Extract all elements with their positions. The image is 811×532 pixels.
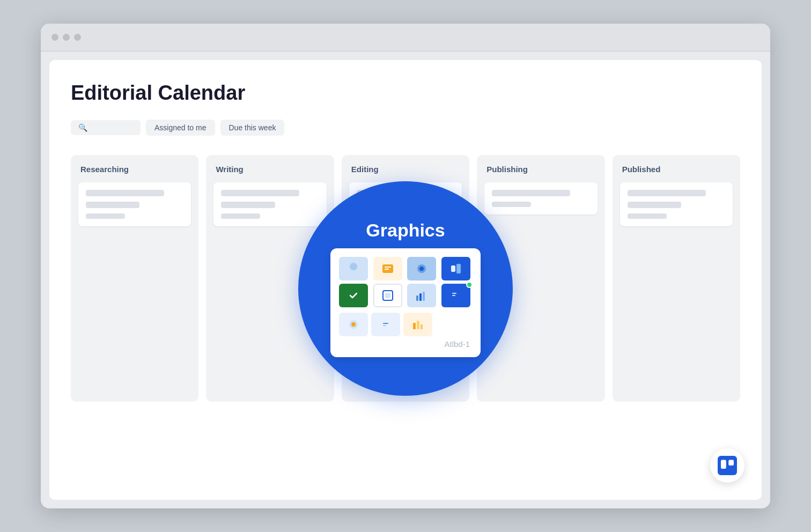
svg-point-21 — [351, 322, 356, 327]
svg-point-0 — [350, 263, 357, 270]
graphics-id: Atlbd-1 — [339, 339, 472, 349]
card-bar — [628, 190, 706, 196]
card-bar — [221, 190, 299, 196]
svg-point-1 — [349, 271, 353, 275]
grid-cell-6 — [373, 284, 402, 307]
svg-rect-8 — [451, 265, 455, 272]
svg-rect-4 — [385, 267, 391, 268]
browser-chrome — [41, 24, 770, 51]
svg-rect-28 — [718, 456, 737, 475]
page-title: Editorial Calendar — [71, 82, 740, 105]
card-tag — [86, 213, 125, 219]
graphics-grid — [339, 257, 472, 307]
grid-cell-5 — [339, 284, 368, 307]
column-header-publishing: Publishing — [484, 165, 597, 174]
card-bar — [221, 202, 275, 208]
svg-rect-9 — [456, 264, 461, 274]
svg-rect-24 — [383, 325, 386, 326]
browser-window: Editorial Calendar 🔍 Assigned to me Due … — [41, 24, 770, 508]
grid-cell-1 — [339, 257, 368, 280]
svg-rect-15 — [423, 292, 425, 301]
g-icon-1 — [339, 313, 368, 336]
svg-rect-25 — [413, 323, 416, 329]
graphics-icons-row — [339, 313, 472, 336]
toolbar: 🔍 Assigned to me Due this week — [71, 120, 740, 136]
grid-cell-3 — [407, 257, 436, 280]
column-header-writing: Writing — [213, 165, 326, 174]
svg-point-2 — [353, 271, 358, 275]
graphics-overlay: Graphics — [298, 181, 513, 396]
traffic-light-maximize[interactable] — [74, 34, 81, 41]
trello-badge — [710, 448, 744, 483]
browser-body: Editorial Calendar 🔍 Assigned to me Due … — [49, 60, 762, 500]
card-researching-1[interactable] — [78, 182, 191, 226]
assigned-to-me-button[interactable]: Assigned to me — [146, 120, 215, 136]
graphics-circle: Graphics — [298, 181, 513, 396]
card-tag — [221, 213, 260, 219]
svg-rect-30 — [728, 460, 734, 466]
column-header-editing: Editing — [349, 165, 462, 174]
column-header-published: Published — [620, 165, 733, 174]
grid-cell-2 — [373, 257, 402, 280]
svg-rect-22 — [381, 321, 390, 328]
g-icon-2 — [371, 313, 400, 336]
svg-rect-12 — [385, 293, 390, 298]
search-icon: 🔍 — [78, 123, 87, 132]
svg-rect-13 — [416, 295, 418, 301]
svg-rect-14 — [419, 293, 422, 301]
svg-rect-18 — [452, 293, 456, 294]
svg-rect-16 — [426, 294, 428, 301]
svg-point-7 — [419, 267, 424, 271]
trello-icon — [718, 456, 737, 475]
g-icon-3 — [403, 313, 432, 336]
grid-cell-4 — [441, 257, 470, 280]
column-published: Published — [613, 155, 740, 402]
card-published-1[interactable] — [620, 182, 733, 226]
column-researching: Researching — [71, 155, 198, 402]
traffic-light-close[interactable] — [51, 34, 58, 41]
svg-rect-23 — [383, 323, 388, 324]
traffic-light-minimize[interactable] — [63, 34, 70, 41]
card-bar — [86, 190, 164, 196]
svg-rect-29 — [721, 460, 726, 469]
search-bar[interactable]: 🔍 — [71, 120, 141, 135]
svg-rect-5 — [385, 269, 389, 270]
due-this-week-button[interactable]: Due this week — [220, 120, 285, 136]
column-header-researching: Researching — [78, 165, 191, 174]
svg-rect-19 — [452, 295, 455, 296]
graphics-title: Graphics — [366, 220, 445, 241]
grid-cell-7 — [407, 284, 436, 307]
graphics-card[interactable]: Atlbd-1 — [330, 248, 481, 357]
grid-cell-8 — [441, 284, 470, 307]
card-tag — [628, 213, 667, 219]
card-bar — [628, 202, 681, 208]
card-bar — [86, 202, 139, 208]
svg-rect-27 — [421, 324, 423, 329]
svg-rect-26 — [417, 321, 419, 329]
